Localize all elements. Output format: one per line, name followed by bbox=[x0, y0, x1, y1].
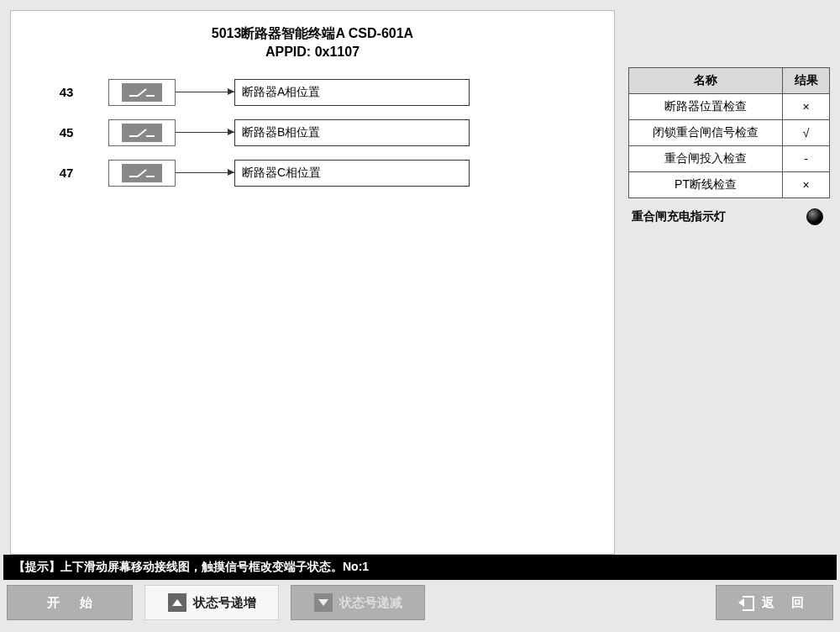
signal-index: 47 bbox=[24, 166, 108, 180]
check-result: × bbox=[783, 94, 830, 120]
signal-index: 45 bbox=[24, 125, 108, 140]
check-name: 闭锁重合闸信号检查 bbox=[629, 120, 783, 146]
signal-switch-box bbox=[108, 119, 176, 146]
device-title-line2: APPID: 0x1107 bbox=[24, 43, 601, 61]
switch-open-icon bbox=[128, 127, 156, 139]
check-result: - bbox=[783, 146, 830, 172]
signal-switch[interactable] bbox=[122, 83, 162, 102]
connector-arrow bbox=[176, 132, 234, 133]
back-button[interactable]: 返 回 bbox=[716, 585, 833, 620]
svg-line-1 bbox=[138, 89, 146, 96]
check-name: PT断线检查 bbox=[629, 172, 783, 198]
wiring-diagram-panel[interactable]: 5013断路器智能终端A CSD-601A APPID: 0x1107 43 断… bbox=[10, 10, 615, 555]
svg-line-7 bbox=[138, 170, 146, 176]
indicator-row: 重合闸充电指示灯 bbox=[628, 198, 830, 225]
table-row: PT断线检查 × bbox=[629, 172, 830, 198]
check-result: × bbox=[783, 172, 830, 198]
check-result: √ bbox=[783, 120, 830, 146]
table-row: 断路器位置检查 × bbox=[629, 94, 830, 120]
back-icon bbox=[738, 595, 755, 610]
signal-switch-box bbox=[108, 160, 176, 187]
result-table: 名称 结果 断路器位置检查 × 闭锁重合闸信号检查 √ 重合闸投入检查 - PT… bbox=[628, 67, 830, 198]
svg-line-4 bbox=[138, 129, 146, 136]
arrow-down-icon bbox=[314, 593, 333, 612]
arrow-up-icon bbox=[168, 593, 186, 612]
inc-button-label: 状态号递增 bbox=[193, 595, 256, 611]
back-button-label: 返 回 bbox=[762, 595, 811, 611]
state-increment-button[interactable]: 状态号递增 bbox=[144, 585, 279, 620]
check-name: 断路器位置检查 bbox=[629, 94, 783, 120]
indicator-led-icon bbox=[806, 208, 823, 225]
result-panel: 名称 结果 断路器位置检查 × 闭锁重合闸信号检查 √ 重合闸投入检查 - PT… bbox=[628, 10, 830, 555]
table-row: 重合闸投入检查 - bbox=[629, 146, 830, 172]
device-title: 5013断路器智能终端A CSD-601A APPID: 0x1107 bbox=[24, 24, 601, 62]
switch-open-icon bbox=[128, 87, 156, 98]
signal-label: 断路器C相位置 bbox=[234, 160, 470, 187]
signal-switch[interactable] bbox=[122, 124, 162, 142]
start-button-label: 开 始 bbox=[47, 595, 101, 611]
indicator-label: 重合闸充电指示灯 bbox=[632, 209, 726, 224]
col-name-header: 名称 bbox=[629, 68, 783, 94]
signal-row: 45 断路器B相位置 bbox=[24, 119, 601, 146]
signal-row: 47 断路器C相位置 bbox=[24, 160, 601, 187]
signal-switch[interactable] bbox=[122, 164, 162, 182]
dec-button-label: 状态号递减 bbox=[339, 595, 402, 611]
connector-arrow bbox=[176, 92, 234, 92]
col-result-header: 结果 bbox=[783, 68, 830, 94]
start-button[interactable]: 开 始 bbox=[7, 585, 133, 620]
state-decrement-button[interactable]: 状态号递减 bbox=[291, 585, 425, 620]
signal-label: 断路器A相位置 bbox=[234, 79, 470, 106]
table-row: 闭锁重合闸信号检查 √ bbox=[629, 120, 830, 146]
device-title-line1: 5013断路器智能终端A CSD-601A bbox=[24, 24, 601, 43]
signal-label: 断路器B相位置 bbox=[234, 119, 470, 146]
check-name: 重合闸投入检查 bbox=[629, 146, 783, 172]
signal-row: 43 断路器A相位置 bbox=[24, 79, 601, 106]
switch-open-icon bbox=[128, 167, 156, 179]
bottom-toolbar: 开 始 状态号递增 状态号递减 返 回 bbox=[0, 585, 840, 627]
tip-bar: 【提示】上下滑动屏幕移动接线图，触摸信号框改变端子状态。No:1 bbox=[3, 555, 837, 580]
signal-index: 43 bbox=[24, 85, 108, 99]
signal-switch-box bbox=[108, 79, 176, 106]
connector-arrow bbox=[176, 172, 234, 173]
